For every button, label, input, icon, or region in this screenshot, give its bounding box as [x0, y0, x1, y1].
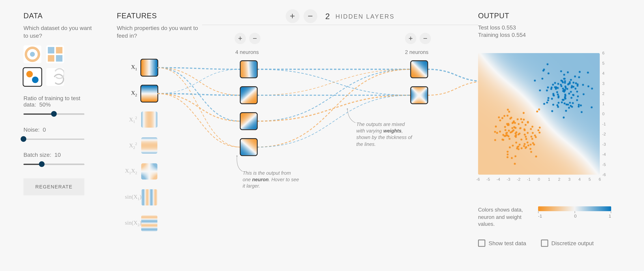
svg-rect-2	[48, 47, 54, 53]
svg-rect-3	[56, 47, 62, 53]
ratio-slider[interactable]	[24, 110, 84, 118]
feature-node-sinx2[interactable]	[141, 215, 158, 232]
add-neuron-layer2[interactable]: +	[405, 33, 416, 44]
features-prompt: Which properties do you want to feed in?	[117, 24, 198, 39]
features-heading: FEATURES	[117, 12, 198, 20]
feature-label: X1	[125, 64, 137, 71]
data-panel: DATA Which dataset do you want to use?	[24, 12, 96, 195]
feature-label: X22	[125, 141, 137, 150]
layer2-neuron-count: 2 neurons	[405, 49, 428, 55]
svg-point-8	[236, 155, 238, 157]
network-connections	[137, 56, 502, 210]
x-axis-ticks: -6-5-4-3-2-10123456	[478, 177, 600, 184]
show-test-data-checkbox[interactable]: Show test data	[478, 240, 526, 247]
ratio-control: Ratio of training to test data: 50%	[24, 95, 96, 118]
training-loss: Training loss 0.554	[478, 32, 624, 38]
output-heading: OUTPUT	[478, 12, 624, 20]
neuron-callout: This is the output from one neuron. Hove…	[243, 170, 300, 190]
feature-label: X12	[125, 115, 137, 124]
regenerate-button[interactable]: REGENERATE	[24, 178, 84, 195]
features-panel: FEATURES Which properties do you want to…	[117, 12, 198, 39]
feature-label: sin(X2)	[125, 220, 137, 227]
svg-point-1	[30, 52, 35, 57]
svg-point-7	[32, 76, 38, 83]
layer1-neuron-count: 4 neurons	[235, 49, 259, 55]
hidden-layers-label: HIDDEN LAYERS	[336, 13, 394, 19]
remove-neuron-layer2[interactable]: −	[420, 33, 431, 44]
feature-label: X1X2	[125, 168, 137, 175]
y-axis-ticks: -6-5-4-3-2-10123456	[602, 53, 614, 175]
hidden1-node-2[interactable]	[241, 113, 257, 129]
hidden1-node-3[interactable]	[241, 139, 257, 155]
legend-text: Colors shows data, neuron and weight val…	[478, 206, 531, 228]
dataset-grid	[24, 45, 96, 86]
svg-point-6	[26, 71, 33, 77]
network-rule	[202, 25, 478, 25]
test-loss: Test loss 0.553	[478, 24, 624, 31]
hidden2-node-1[interactable]	[411, 87, 427, 103]
batch-label: Batch size: 10	[24, 151, 61, 158]
feature-label: X2	[125, 90, 137, 97]
feature-label: sin(X1)	[125, 194, 137, 201]
dataset-gauss[interactable]	[24, 68, 41, 86]
remove-layer-button[interactable]: −	[304, 9, 317, 23]
svg-rect-5	[56, 55, 62, 61]
svg-point-9	[347, 108, 348, 110]
svg-rect-4	[48, 55, 54, 61]
discretize-output-checkbox[interactable]: Discretize output	[541, 240, 594, 247]
weights-callout: The outputs are mixed with varying weigh…	[356, 121, 413, 147]
dataset-circle[interactable]	[24, 45, 41, 63]
hidden2-node-0[interactable]	[411, 61, 427, 77]
noise-label: Noise: 0	[24, 126, 46, 133]
noise-slider[interactable]	[24, 135, 84, 143]
data-heading: DATA	[24, 12, 96, 20]
hidden-layer-count: 2	[325, 11, 330, 21]
feature-sinx2[interactable]: sin(X2)	[125, 215, 158, 232]
output-chart[interactable]: -6-5-4-3-2-10123456 -6-5-4-3-2-10123456	[478, 53, 600, 175]
data-prompt: Which dataset do you want to use?	[24, 24, 96, 39]
dataset-spiral[interactable]	[46, 68, 64, 86]
add-layer-button[interactable]: +	[286, 9, 299, 23]
batch-control: Batch size: 10	[24, 151, 96, 168]
hidden1-node-0[interactable]	[241, 61, 257, 77]
remove-neuron-layer1[interactable]: −	[249, 33, 260, 44]
add-neuron-layer1[interactable]: +	[234, 33, 246, 44]
color-legend: -1 0 1	[538, 206, 616, 219]
ratio-label: Ratio of training to test data: 50%	[24, 95, 80, 108]
dataset-xor[interactable]	[46, 45, 64, 63]
batch-slider[interactable]	[24, 160, 84, 168]
noise-control: Noise: 0	[24, 126, 96, 143]
hidden1-node-1[interactable]	[241, 87, 257, 103]
output-panel: OUTPUT Test loss 0.553 Training loss 0.5…	[478, 12, 624, 38]
